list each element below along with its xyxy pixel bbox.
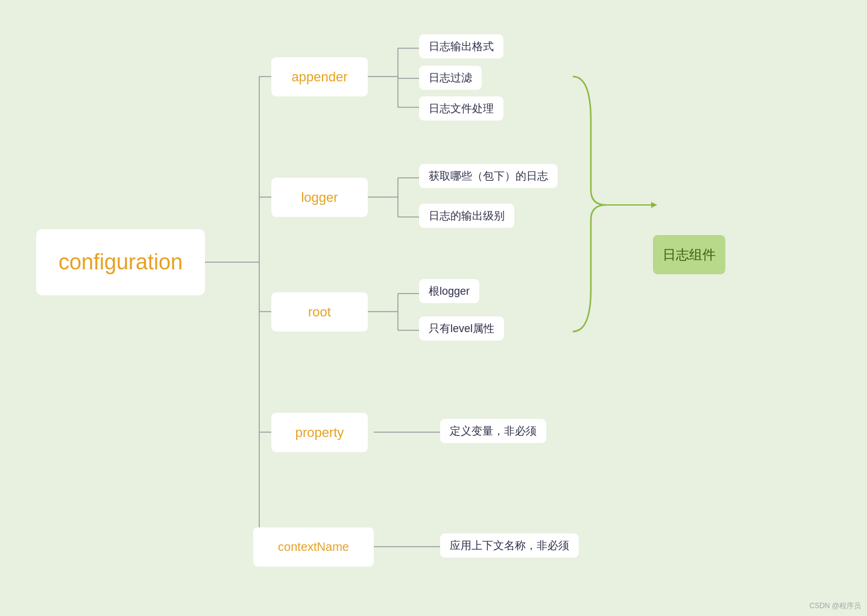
node-property: property xyxy=(271,413,368,452)
contextname-label: contextName xyxy=(278,540,349,554)
node-configuration: configuration xyxy=(36,229,205,295)
leaf-define-var-label: 定义变量，非必须 xyxy=(450,424,537,438)
appender-label: appender xyxy=(292,69,348,85)
leaf-level-attr-label: 只有level属性 xyxy=(429,321,494,336)
logger-label: logger xyxy=(301,190,338,206)
log-component-label: 日志组件 xyxy=(663,246,716,264)
configuration-label: configuration xyxy=(58,250,183,275)
watermark: CSDN @程序员 xyxy=(809,601,861,611)
leaf-context-name: 应用上下文名称，非必须 xyxy=(440,533,579,558)
node-root: root xyxy=(271,292,368,332)
leaf-level-attr: 只有level属性 xyxy=(419,316,504,341)
node-appender: appender xyxy=(271,57,368,96)
leaf-log-filter: 日志过滤 xyxy=(419,66,482,90)
node-logger: logger xyxy=(271,178,368,217)
node-log-component: 日志组件 xyxy=(653,235,725,274)
leaf-log-level-label: 日志的输出级别 xyxy=(429,209,505,223)
root-label: root xyxy=(308,304,331,320)
leaf-log-file-label: 日志文件处理 xyxy=(429,101,494,116)
leaf-context-name-label: 应用上下文名称，非必须 xyxy=(450,538,569,553)
leaf-log-capture: 获取哪些（包下）的日志 xyxy=(419,164,558,188)
leaf-log-format-label: 日志输出格式 xyxy=(429,39,494,54)
leaf-log-format: 日志输出格式 xyxy=(419,34,503,58)
leaf-log-filter-label: 日志过滤 xyxy=(429,71,472,85)
leaf-root-logger: 根logger xyxy=(419,279,479,303)
property-label: property xyxy=(295,425,344,441)
leaf-log-capture-label: 获取哪些（包下）的日志 xyxy=(429,169,548,183)
leaf-log-file: 日志文件处理 xyxy=(419,96,503,121)
node-contextname: contextName xyxy=(253,527,374,567)
svg-marker-23 xyxy=(651,202,657,208)
leaf-log-level: 日志的输出级别 xyxy=(419,204,514,228)
leaf-define-var: 定义变量，非必须 xyxy=(440,419,546,443)
leaf-root-logger-label: 根logger xyxy=(429,284,470,298)
